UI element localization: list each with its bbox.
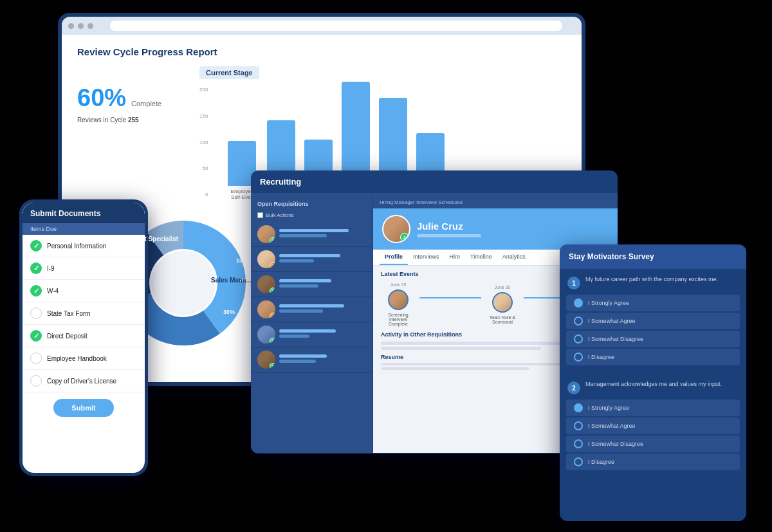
survey-radio-2-1: [574, 403, 583, 412]
candidate-name: Julie Cruz: [417, 221, 481, 232]
tablet-browser-bar: [62, 17, 582, 35]
submit-button[interactable]: Submit: [53, 399, 113, 417]
survey-panel: Stay Motivators Survey 1 My future caree…: [560, 244, 746, 521]
candidate-avatar-large: A: [382, 215, 410, 243]
cand-badge-large: A: [400, 233, 409, 242]
doc-label-3: W-4: [47, 288, 59, 295]
survey-option-label-2-1: I Strongly Agree: [588, 405, 629, 411]
rec-bar-6b: [279, 360, 316, 363]
survey-radio-2-3: [574, 439, 583, 448]
candidate-avatar-1: A: [257, 225, 275, 243]
survey-option-label-1-4: I Disagree: [588, 354, 614, 360]
report-title: Review Cycle Progress Report: [77, 46, 566, 57]
rec-bar-4b: [279, 309, 323, 313]
candidate-badge-3: A: [270, 288, 275, 293]
tl-item-1: June 29 Screening Interview Complete: [381, 282, 416, 326]
survey-option-1-2[interactable]: I Somewhat Agree: [566, 313, 740, 329]
survey-radio-2-4: [574, 457, 583, 466]
survey-num-1: 1: [567, 277, 580, 289]
candidate-avatar-6: A: [257, 351, 275, 369]
cand-name-bar: [417, 234, 481, 237]
scene: Review Cycle Progress Report 60% Complet…: [0, 0, 772, 532]
bulk-checkbox[interactable]: [257, 212, 263, 218]
candidate-avatar-3: A: [257, 275, 275, 293]
tab-analytics[interactable]: Analytics: [497, 250, 531, 265]
candidate-row-4[interactable]: B: [251, 297, 372, 322]
rec-bar-2b: [279, 259, 314, 262]
doc-item-7: Copy of Driver's License: [23, 370, 145, 392]
stage-label: Current Stage: [199, 66, 259, 79]
survey-radio-1-1: [574, 298, 583, 307]
tl-avatar-2: [492, 292, 513, 313]
svg-point-4: [151, 251, 216, 315]
activity-bar-2: [381, 347, 541, 350]
doc-label-2: I-9: [47, 265, 55, 272]
tab-hire[interactable]: Hire: [445, 250, 466, 265]
candidate-row-2[interactable]: B: [251, 247, 372, 272]
doc-check-empty-6: [30, 353, 42, 364]
survey-option-label-1-1: I Strongly Agree: [588, 300, 629, 306]
donut-label-30: 30%: [223, 309, 235, 315]
candidate-row-6[interactable]: A: [251, 347, 372, 372]
survey-radio-1-3: [574, 335, 583, 344]
doc-label-4: State Tax Form: [47, 310, 91, 317]
recruiting-header: Recruiting: [251, 170, 618, 193]
survey-option-2-2[interactable]: I Somewhat Agree: [566, 417, 740, 434]
tab-profile[interactable]: Profile: [380, 250, 408, 265]
hiring-mgr-banner: Hiring Manager Interview Scheduled: [373, 193, 618, 208]
doc-item-5: Direct Deposit: [23, 325, 145, 347]
doc-check-1: [30, 240, 42, 252]
survey-option-1-4[interactable]: I Disagree: [566, 349, 740, 365]
sales-manager-label: Sales Mana...: [211, 277, 252, 284]
window-dot-3: [87, 23, 93, 29]
url-bar[interactable]: [110, 21, 562, 31]
rec-bar-3a: [279, 279, 331, 282]
pct-label: Complete: [131, 100, 161, 107]
resume-bar-2: [381, 367, 529, 370]
items-due-label: Items Due: [23, 223, 145, 235]
survey-option-1-1[interactable]: I Strongly Agree: [566, 295, 740, 311]
candidate-badge-6: A: [270, 363, 275, 369]
candidate-avatar-2: B: [257, 250, 275, 268]
survey-option-2-3[interactable]: I Somewhat Disagree: [566, 436, 740, 452]
survey-option-1-3[interactable]: I Somewhat Disagree: [566, 331, 740, 347]
candidate-avatar-5: A: [257, 326, 275, 344]
tl-date-2: June 30: [495, 285, 511, 289]
window-dot-1: [68, 23, 74, 29]
tl-date-1: June 29: [391, 282, 407, 287]
tl-item-2: June 30 Team Note & Scorecard: [485, 285, 520, 324]
mobile-header: Submit Documents: [23, 203, 145, 223]
rec-bar-3b: [279, 284, 318, 288]
tl-line-1: [419, 297, 481, 298]
survey-radio-1-2: [574, 316, 583, 326]
survey-question-1: 1 My future career path with the company…: [560, 269, 746, 293]
rec-bar-1b: [279, 234, 327, 237]
candidate-avatar-4: B: [257, 300, 275, 318]
doc-label-7: Copy of Driver's License: [47, 378, 116, 385]
rec-bar-6a: [279, 354, 327, 358]
tab-timeline[interactable]: Timeline: [465, 250, 497, 265]
survey-q-text-1: My future career path with the company e…: [585, 275, 718, 284]
tl-label-1: Screening Interview Complete: [381, 313, 416, 326]
support-specialist-label: upport Specialist: [126, 235, 178, 243]
candidate-row-1[interactable]: A: [251, 222, 372, 247]
survey-q-text-2: Management acknowledges me and values my…: [585, 380, 722, 389]
tab-interviews[interactable]: Interviews: [408, 250, 445, 265]
bulk-actions-label: Bulk Actions: [266, 212, 294, 218]
pct-value: 60%: [77, 86, 126, 110]
candidate-row-3[interactable]: A: [251, 272, 372, 297]
candidate-badge-2: B: [270, 262, 275, 268]
candidate-row-5[interactable]: A: [251, 322, 372, 347]
doc-check-empty-4: [30, 307, 42, 319]
doc-check-empty-7: [30, 375, 42, 387]
candidate-badge-1: A: [270, 237, 275, 243]
doc-label-5: Direct Deposit: [47, 333, 87, 340]
survey-question-2: 2 Management acknowledges me and values …: [560, 374, 746, 398]
activity-bar-1: [381, 342, 587, 345]
doc-label-1: Personal Information: [47, 243, 106, 250]
doc-check-2: [30, 262, 42, 274]
rec-bar-1a: [279, 229, 349, 232]
open-req-title: Open Requisitions: [251, 198, 372, 211]
survey-option-2-1[interactable]: I Strongly Agree: [566, 399, 740, 416]
survey-option-2-4[interactable]: I Disagree: [566, 454, 740, 470]
